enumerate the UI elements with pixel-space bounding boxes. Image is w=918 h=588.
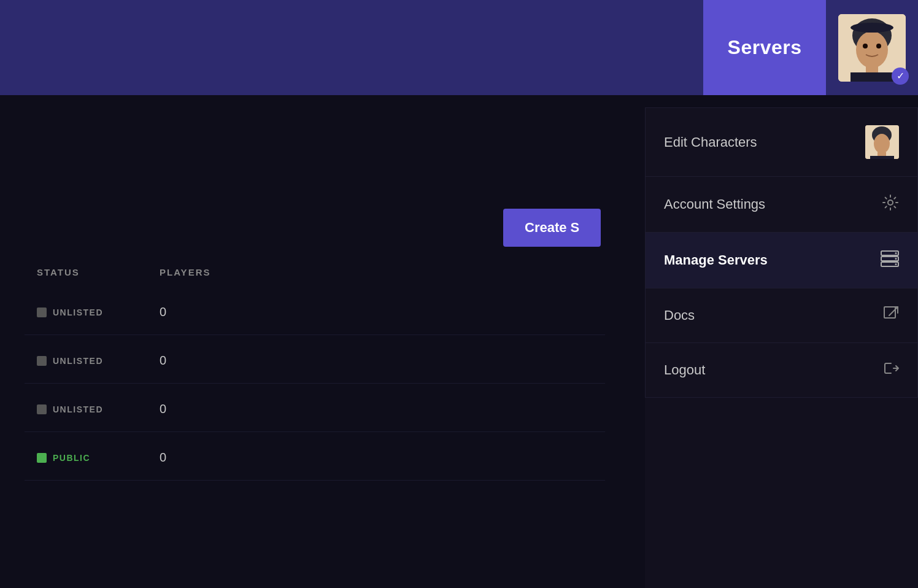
create-server-button[interactable]: Create S	[503, 209, 601, 247]
svg-point-3	[863, 44, 868, 48]
players-column-header: PLAYERS	[160, 267, 252, 277]
logout-icon	[883, 360, 899, 380]
dropdown-item-logout[interactable]: Logout	[646, 343, 917, 397]
table-row[interactable]: UNLISTED 0	[25, 338, 605, 384]
status-label: PUBLIC	[53, 453, 90, 463]
docs-label: Docs	[664, 308, 695, 323]
players-cell: 0	[160, 402, 252, 416]
players-cell: 0	[160, 451, 252, 465]
status-cell: UNLISTED	[37, 356, 160, 366]
table-row[interactable]: UNLISTED 0	[25, 290, 605, 335]
dropdown-item-docs[interactable]: Docs	[646, 288, 917, 343]
svg-point-2	[856, 31, 888, 68]
server-icon	[881, 250, 899, 271]
dropdown-menu: Edit Characters Account Settings Manage …	[645, 107, 918, 398]
servers-table: STATUS PLAYERS UNLISTED 0 UNLISTED 0 UNL…	[25, 267, 605, 484]
players-cell: 0	[160, 354, 252, 368]
status-dot-public	[37, 453, 47, 463]
avatar-button[interactable]: ✓	[838, 14, 906, 82]
edit-characters-label: Edit Characters	[664, 134, 757, 150]
status-label: UNLISTED	[53, 356, 103, 366]
table-row[interactable]: PUBLIC 0	[25, 435, 605, 481]
status-cell: UNLISTED	[37, 404, 160, 414]
status-cell: UNLISTED	[37, 308, 160, 317]
status-label: UNLISTED	[53, 308, 103, 317]
dropdown-item-manage-servers[interactable]: Manage Servers	[646, 233, 917, 288]
servers-label: Servers	[728, 36, 802, 59]
header: Servers	[0, 0, 918, 95]
svg-point-18	[895, 258, 897, 260]
edit-characters-thumbnail	[865, 125, 899, 159]
svg-point-13	[888, 200, 893, 205]
servers-button[interactable]: Servers	[703, 0, 826, 95]
external-link-icon	[883, 306, 899, 325]
account-settings-label: Account Settings	[664, 196, 765, 212]
svg-rect-12	[870, 156, 894, 159]
players-cell: 0	[160, 305, 252, 319]
status-dot-unlisted	[37, 308, 47, 317]
svg-point-10	[874, 134, 890, 153]
status-dot-unlisted	[37, 356, 47, 366]
status-label: UNLISTED	[53, 404, 103, 414]
table-header: STATUS PLAYERS	[25, 267, 605, 277]
svg-rect-6	[850, 72, 893, 82]
status-column-header: STATUS	[37, 267, 160, 277]
status-cell: PUBLIC	[37, 453, 160, 463]
svg-rect-20	[884, 307, 895, 318]
status-dot-unlisted	[37, 404, 47, 414]
svg-point-17	[895, 252, 897, 254]
manage-servers-label: Manage Servers	[664, 252, 768, 268]
gear-icon	[882, 194, 899, 215]
svg-point-19	[895, 263, 897, 265]
svg-point-7	[850, 23, 893, 33]
dropdown-item-account-settings[interactable]: Account Settings	[646, 177, 917, 233]
table-row[interactable]: UNLISTED 0	[25, 387, 605, 432]
logout-label: Logout	[664, 362, 705, 378]
svg-point-4	[876, 44, 881, 48]
dropdown-item-edit-characters[interactable]: Edit Characters	[646, 108, 917, 177]
avatar-checkmark: ✓	[892, 68, 909, 85]
